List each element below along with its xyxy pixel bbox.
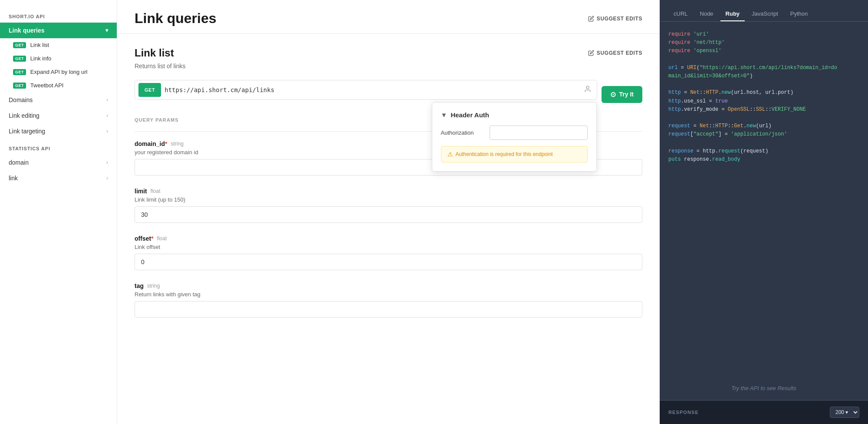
sidebar-section-api: SHORT.IO API	[0, 7, 117, 23]
url-icons	[584, 85, 597, 95]
section-suggest-edits-button[interactable]: SUGGEST EDITS	[588, 50, 642, 56]
tab-curl[interactable]: cURL	[668, 7, 693, 21]
main-content: Link queries SUGGEST EDITS Link list SUG…	[117, 0, 660, 424]
chevron-right-icon: ›	[106, 175, 108, 181]
required-asterisk: *	[151, 235, 153, 242]
tag-input[interactable]	[135, 301, 642, 318]
param-type: string	[171, 141, 183, 147]
response-label: RESPONSE	[668, 410, 699, 415]
page-header: Link queries SUGGEST EDITS	[117, 0, 660, 34]
code-line: main_id&limit=30&offset=0")	[668, 72, 859, 80]
language-tabs: cURL Node Ruby JavaScript Python	[660, 0, 868, 22]
code-line: url = URI("https://api.short.cm/api/link…	[668, 64, 859, 72]
sidebar-sub-item-tweetbot[interactable]: GET Tweetbot API	[0, 79, 117, 92]
section-header: Link list SUGGEST EDITS	[135, 47, 642, 59]
param-desc: Link limit (up to 150)	[135, 196, 642, 203]
header-auth-title: ▼ Header Auth	[441, 111, 588, 119]
sidebar-section-stats: STATISTICS API	[0, 139, 117, 155]
edit-icon	[588, 16, 594, 22]
try-api-message: Try the API to see Results	[660, 376, 868, 400]
sidebar-sub-label: Tweetbot API	[30, 82, 64, 89]
required-asterisk: *	[165, 140, 167, 147]
param-type: float	[157, 235, 167, 242]
param-type: string	[147, 283, 160, 289]
chevron-right-icon: ›	[106, 159, 108, 166]
code-line: http.use_ssl = true	[668, 97, 859, 106]
param-type: float	[151, 188, 161, 194]
sidebar-item-link-editing[interactable]: Link editing ›	[0, 108, 117, 123]
section-description: Returns list of links	[135, 63, 642, 70]
chevron-right-icon: ›	[106, 113, 108, 119]
code-line: require 'net/http'	[668, 39, 859, 47]
code-line: request = Net::HTTP::Get.new(url)	[668, 122, 859, 130]
code-line	[668, 80, 859, 89]
url-bar: GET https://api.short.cm/api/links ▼ Hea…	[135, 80, 597, 100]
chevron-down-icon: ▾	[105, 27, 108, 33]
sidebar: SHORT.IO API Link queries ▾ GET Link lis…	[0, 0, 117, 424]
code-line: require 'uri'	[668, 30, 859, 39]
param-name-row: limit float	[135, 188, 642, 195]
url-bar-container: GET https://api.short.cm/api/links ▼ Hea…	[135, 80, 642, 109]
tab-ruby[interactable]: Ruby	[720, 7, 745, 21]
get-badge: GET	[13, 69, 26, 75]
sidebar-item-domains[interactable]: Domains ›	[0, 92, 117, 108]
param-limit: limit float Link limit (up to 150)	[135, 188, 642, 223]
tab-javascript[interactable]: JavaScript	[746, 7, 783, 21]
play-icon: ⊙	[610, 90, 616, 99]
code-line	[668, 56, 859, 64]
code-block: require 'uri' require 'net/http' require…	[660, 22, 868, 376]
code-line: http = Net::HTTP.new(url.host, url.port)	[668, 89, 859, 97]
url-text: https://api.short.cm/api/links	[164, 86, 583, 93]
get-badge: GET	[13, 42, 26, 48]
sidebar-item-link-queries[interactable]: Link queries ▾	[0, 23, 117, 38]
limit-input[interactable]	[135, 206, 642, 223]
code-line: require 'openssl'	[668, 47, 859, 55]
code-line: request["accept"] = 'application/json'	[668, 130, 859, 139]
tab-node[interactable]: Node	[695, 7, 719, 21]
offset-input[interactable]	[135, 254, 642, 270]
auth-warning: ⚠ Authentication is required for this en…	[441, 146, 588, 162]
get-badge: GET	[13, 56, 26, 62]
param-name: tag	[135, 282, 144, 289]
user-icon[interactable]	[584, 85, 592, 95]
get-badge: GET	[13, 83, 26, 89]
authorization-input[interactable]	[490, 126, 588, 140]
sidebar-item-link-targeting[interactable]: Link targeting ›	[0, 123, 117, 139]
suggest-edits-button[interactable]: SUGGEST EDITS	[588, 16, 642, 22]
param-tag: tag string Return links with given tag	[135, 282, 642, 318]
sidebar-sub-item-link-list[interactable]: GET Link list	[0, 38, 117, 52]
param-name-row: tag string	[135, 282, 642, 289]
code-line: puts response.read_body	[668, 156, 859, 164]
code-line	[668, 114, 859, 122]
sidebar-item-link[interactable]: link ›	[0, 170, 117, 186]
svg-point-0	[586, 86, 589, 89]
param-desc: Return links with given tag	[135, 291, 642, 298]
sidebar-item-domain[interactable]: domain ›	[0, 155, 117, 170]
code-line: http.verify_mode = OpenSSL::SSL::VERIFY_…	[668, 106, 859, 114]
right-panel: cURL Node Ruby JavaScript Python require…	[660, 0, 868, 424]
header-auth-popup: ▼ Header Auth Authorization ⚠ Authentica…	[432, 102, 597, 172]
sidebar-sub-label: Expand API by long url	[30, 69, 88, 75]
sidebar-sub-item-link-info[interactable]: GET Link info	[0, 52, 117, 65]
edit-icon	[588, 50, 594, 56]
param-offset: offset* float Link offset	[135, 235, 642, 270]
tab-python[interactable]: Python	[785, 7, 813, 21]
warning-icon: ⚠	[447, 151, 453, 158]
authorization-label: Authorization	[441, 129, 484, 136]
section-title: Link list	[135, 47, 174, 59]
param-name: offset*	[135, 235, 154, 242]
sidebar-sub-item-expand-api[interactable]: GET Expand API by long url	[0, 65, 117, 79]
param-name: limit	[135, 188, 147, 195]
section-container: Link list SUGGEST EDITS Returns list of …	[117, 34, 660, 343]
chevron-right-icon: ›	[106, 128, 108, 134]
sidebar-sub-label: Link list	[30, 42, 49, 48]
header-auth-row: Authorization	[441, 126, 588, 140]
response-code-select[interactable]: 200 ▾	[830, 407, 859, 418]
response-bar: RESPONSE 200 ▾	[660, 400, 868, 424]
sidebar-sub-label: Link info	[30, 55, 51, 62]
sidebar-active-label: Link queries	[9, 27, 44, 34]
try-it-button[interactable]: ⊙ Try It	[602, 86, 642, 103]
param-desc: Link offset	[135, 244, 642, 250]
page-title: Link queries	[135, 10, 217, 26]
param-name: domain_id*	[135, 140, 167, 147]
